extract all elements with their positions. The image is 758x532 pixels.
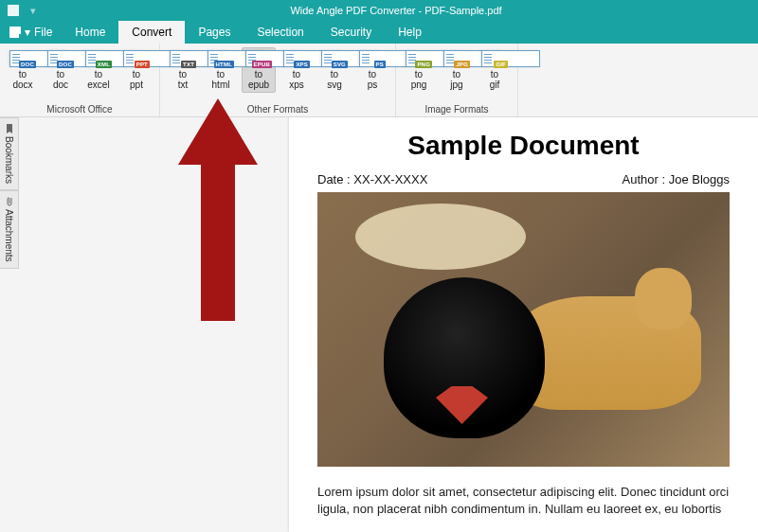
file-to-gif-icon: GIF [481, 50, 508, 67]
doc-author: Author : Joe Bloggs [623, 172, 730, 186]
file-to-doc-icon: DOC [47, 50, 74, 67]
file-to-svg-icon: SVG [321, 50, 348, 67]
convert-button-label: to png [411, 69, 427, 90]
document-page: Sample Document Date : XX-XX-XXXX Author… [289, 117, 758, 532]
app-icon [8, 5, 19, 16]
file-menu-label: File [34, 26, 52, 39]
workspace: BookmarksAttachments Sample Document Dat… [0, 117, 758, 532]
ribbon-group-image-formats: PNGto pngJPGto jpgGIFto gifImage Formats [396, 44, 518, 116]
convert-to-html-button[interactable]: HTMLto html [204, 47, 238, 93]
convert-button-label: to docx [12, 69, 32, 90]
convert-to-docx-button[interactable]: DOCto docx [6, 47, 40, 93]
ribbon-group-label: Other Formats [247, 104, 308, 116]
tab-security[interactable]: Security [317, 21, 385, 44]
file-to-excel-icon: XML [85, 50, 112, 67]
convert-button-label: to xps [289, 69, 304, 90]
doc-date: Date : XX-XX-XXXX [317, 172, 427, 186]
file-to-xps-icon: XPS [283, 50, 310, 67]
ribbon-tabs: ▾ File HomeConvertPagesSelectionSecurity… [0, 21, 758, 44]
tab-convert[interactable]: Convert [118, 21, 185, 44]
qat-dropdown-icon[interactable]: ▾ [30, 5, 36, 17]
file-to-ps-icon: PS [359, 50, 386, 67]
file-to-html-icon: HTML [208, 50, 234, 67]
doc-image [317, 192, 730, 467]
paperclip-icon [5, 197, 14, 206]
window-titlebar: ▾ Wide Angle PDF Converter - PDF-Sample.… [0, 0, 758, 21]
convert-to-png-button[interactable]: PNGto png [402, 47, 436, 93]
tab-home[interactable]: Home [62, 21, 118, 44]
file-to-docx-icon: DOC [9, 50, 36, 67]
convert-to-jpg-button[interactable]: JPGto jpg [440, 47, 474, 93]
tab-help[interactable]: Help [385, 21, 435, 44]
ribbon-group-label: Microsoft Office [46, 104, 112, 116]
convert-to-txt-button[interactable]: TXTto txt [166, 47, 200, 93]
side-tab-label: Bookmarks [4, 136, 14, 184]
tab-pages[interactable]: Pages [185, 21, 244, 44]
doc-meta-row: Date : XX-XX-XXXX Author : Joe Bloggs [317, 172, 730, 186]
convert-to-ppt-button[interactable]: PPTto ppt [119, 47, 153, 93]
convert-button-label: to ps [368, 69, 378, 90]
window-title: Wide Angle PDF Converter - PDF-Sample.pd… [290, 5, 501, 16]
side-panel-tabs: BookmarksAttachments [0, 117, 19, 532]
convert-to-epub-button[interactable]: EPUBto epub [242, 47, 276, 93]
side-tab-label: Attachments [4, 209, 14, 262]
ribbon-group-label: Image Formats [424, 104, 488, 116]
ribbon-convert: DOCto docxDOCto docXMLto excelPPTto pptM… [0, 44, 758, 117]
tab-selection[interactable]: Selection [244, 21, 316, 44]
convert-button-label: to html [212, 69, 230, 90]
file-to-ppt-icon: PPT [123, 50, 150, 67]
convert-button-label: to jpg [450, 69, 462, 90]
ribbon-group-microsoft-office: DOCto docxDOCto docXMLto excelPPTto pptM… [0, 44, 160, 116]
convert-to-excel-button[interactable]: XMLto excel [81, 47, 116, 93]
file-to-epub-icon: EPUB [245, 50, 272, 67]
ribbon-group-other-formats: TXTto txtHTMLto htmlEPUBto epubXPSto xps… [160, 44, 396, 116]
file-menu[interactable]: ▾ File [0, 21, 62, 44]
convert-button-label: to ppt [130, 69, 143, 90]
convert-to-doc-button[interactable]: DOCto doc [44, 47, 78, 93]
convert-to-svg-button[interactable]: SVGto svg [317, 47, 352, 93]
convert-to-gif-button[interactable]: GIFto gif [478, 47, 512, 93]
file-icon [9, 27, 21, 38]
file-to-jpg-icon: JPG [443, 50, 470, 67]
convert-button-label: to svg [327, 69, 342, 90]
convert-button-label: to excel [87, 69, 109, 90]
doc-title: Sample Document [317, 131, 730, 161]
convert-to-xps-button[interactable]: XPSto xps [280, 47, 314, 93]
convert-button-label: to txt [178, 69, 189, 90]
file-to-png-icon: PNG [406, 50, 432, 67]
doc-body-text: Lorem ipsum dolor sit amet, consectetur … [317, 484, 730, 518]
file-to-txt-icon: TXT [170, 50, 196, 67]
side-tab-attachments[interactable]: Attachments [0, 190, 19, 269]
side-tab-bookmarks[interactable]: Bookmarks [0, 117, 19, 190]
convert-to-ps-button[interactable]: PSto ps [355, 47, 389, 93]
convert-button-label: to epub [248, 69, 269, 90]
bookmark-icon [5, 124, 14, 133]
convert-button-label: to gif [490, 69, 500, 90]
document-viewport[interactable]: Sample Document Date : XX-XX-XXXX Author… [19, 117, 758, 532]
convert-button-label: to doc [53, 69, 68, 90]
